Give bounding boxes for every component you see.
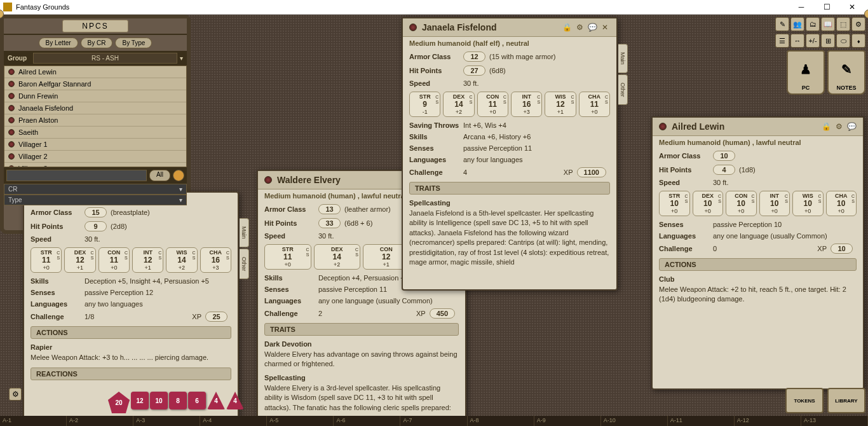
- npc-list-item[interactable]: Villager 2: [4, 151, 186, 163]
- npc-sheet-partial[interactable]: Medi Armor Class15(breastplate) Hit Poin…: [23, 191, 239, 426]
- close-icon[interactable]: ✕: [600, 22, 610, 32]
- npc-list-item[interactable]: Praen Alston: [4, 114, 186, 127]
- cr-filter[interactable]: CR: [4, 184, 187, 195]
- ability-cha[interactable]: CHA11+0CS: [579, 92, 610, 117]
- tool-2[interactable]: 👥: [790, 17, 804, 31]
- ability-con[interactable]: CON10+0CS: [726, 191, 757, 216]
- xp-value[interactable]: 25: [205, 312, 227, 322]
- ability-dex[interactable]: DEX10+0CS: [693, 191, 724, 216]
- hotbar-slot[interactable]: A-10: [601, 416, 668, 426]
- tab-other[interactable]: Other: [240, 249, 249, 280]
- ability-int[interactable]: INT10+0CS: [759, 191, 790, 216]
- ac-value[interactable]: 15: [85, 207, 107, 217]
- ability-con[interactable]: CON11+0CS: [98, 247, 130, 273]
- hotbar-slot[interactable]: A-2: [67, 416, 133, 426]
- ability-cha[interactable]: CHA10+0CS: [826, 191, 857, 216]
- ability-str[interactable]: STR9-1CS: [409, 92, 440, 117]
- ability-str[interactable]: STR11+0CS: [264, 244, 311, 270]
- tool-8[interactable]: ↔: [790, 34, 804, 48]
- tab-pc[interactable]: ♟PC: [787, 50, 825, 95]
- die-d6[interactable]: 6: [188, 392, 206, 409]
- tool-1[interactable]: ✎: [775, 17, 789, 31]
- lock-icon[interactable]: 🔒: [821, 121, 831, 132]
- tab-notes[interactable]: ✎NOTES: [827, 50, 865, 95]
- hp-value[interactable]: 9: [85, 221, 107, 231]
- link-icon[interactable]: [659, 123, 667, 130]
- hotbar-slot[interactable]: A-13: [801, 416, 868, 426]
- link-icon[interactable]: [264, 176, 272, 184]
- settings-button[interactable]: ⚙: [9, 388, 22, 401]
- npc-list-item[interactable]: Villager 3: [4, 163, 186, 167]
- npc-list-item[interactable]: Janaela Fisfelond: [4, 102, 186, 114]
- filter-all-button[interactable]: All: [149, 170, 170, 181]
- tool-3[interactable]: 🗂: [806, 17, 820, 31]
- tool-12[interactable]: ⬧: [851, 34, 865, 48]
- tool-6[interactable]: ⚙: [851, 17, 865, 31]
- share-icon[interactable]: ⚙: [574, 22, 585, 32]
- tab-main[interactable]: Main: [240, 218, 249, 247]
- link-icon[interactable]: [409, 24, 417, 31]
- type-filter[interactable]: Type: [4, 195, 187, 205]
- tool-7[interactable]: ☰: [775, 34, 789, 48]
- ability-con[interactable]: CON11+0CS: [477, 92, 508, 117]
- chat-icon[interactable]: 💬: [587, 22, 597, 32]
- tool-9[interactable]: +/-: [806, 34, 820, 48]
- tab-by-type[interactable]: By Type: [115, 38, 152, 48]
- chat-icon[interactable]: 💬: [846, 121, 857, 132]
- die-d12[interactable]: 12: [131, 392, 149, 409]
- tool-10[interactable]: ⊞: [821, 34, 835, 48]
- npcs-browser[interactable]: NPCS By Letter By CR By Type Group RS - …: [0, 15, 191, 234]
- ability-str[interactable]: STR11+0CS: [31, 247, 62, 273]
- ability-dex[interactable]: DEX14+2CS: [443, 92, 474, 117]
- die-d4[interactable]: 4: [226, 392, 244, 409]
- die-d10[interactable]: 10: [150, 392, 168, 409]
- close-button[interactable]: ✕: [839, 1, 865, 13]
- hotbar-slot[interactable]: A-3: [133, 416, 200, 426]
- hotbar-slot[interactable]: A-11: [668, 416, 735, 426]
- ability-wis[interactable]: WIS12+1CS: [545, 92, 576, 117]
- npc-list-item[interactable]: Baron Aelfgar Stannard: [4, 78, 186, 90]
- ability-dex[interactable]: DEX14+2CS: [314, 244, 361, 270]
- npc-list-item[interactable]: Saeith: [4, 127, 186, 139]
- npc-sheet-janaela[interactable]: Janaela Fisfelond 🔒 ⚙ 💬 ✕ Medium humanoi…: [402, 17, 618, 291]
- die-d20[interactable]: 20: [108, 392, 130, 413]
- edit-button[interactable]: [173, 170, 184, 181]
- ability-int[interactable]: INT16+3CS: [511, 92, 542, 117]
- hotbar-slot[interactable]: A-6: [334, 416, 400, 426]
- hotbar-slot[interactable]: A-7: [400, 416, 467, 426]
- hotbar-slot[interactable]: A-5: [267, 416, 334, 426]
- hotbar-slot[interactable]: A-1: [0, 416, 67, 426]
- npc-sheet-ailred[interactable]: Ailred Lewin 🔒 ⚙ 💬 Medium humanoid (huma…: [651, 116, 864, 390]
- tool-5[interactable]: ⬚: [836, 17, 850, 31]
- die-d8[interactable]: 8: [169, 392, 187, 409]
- npc-list-item[interactable]: Ailred Lewin: [4, 66, 186, 78]
- tool-11[interactable]: ⬭: [836, 34, 850, 48]
- hotbar-slot[interactable]: A-8: [468, 416, 534, 426]
- tab-main[interactable]: Main: [618, 44, 628, 73]
- ability-str[interactable]: STR10+0CS: [659, 191, 690, 216]
- group-dropdown-icon[interactable]: ▾: [180, 55, 183, 62]
- ability-wis[interactable]: WIS10+0CS: [792, 191, 824, 216]
- ability-dex[interactable]: DEX12+1CS: [64, 247, 95, 273]
- group-select[interactable]: RS - ASH: [33, 53, 177, 64]
- hotbar-slot[interactable]: A-4: [200, 416, 267, 426]
- ability-cha[interactable]: CHA16+3CS: [200, 247, 231, 273]
- share-icon[interactable]: ⚙: [834, 121, 844, 132]
- die-d4[interactable]: 4: [207, 392, 225, 409]
- tab-tokens[interactable]: TOKENS: [785, 388, 824, 413]
- hotbar-slot[interactable]: A-9: [534, 416, 601, 426]
- maximize-button[interactable]: ☐: [814, 1, 839, 13]
- minimize-button[interactable]: ─: [789, 1, 814, 13]
- lock-icon[interactable]: 🔒: [562, 22, 572, 32]
- hotbar-slot[interactable]: A-12: [735, 416, 801, 426]
- tool-4[interactable]: 📖: [821, 17, 835, 31]
- ability-wis[interactable]: WIS14+2CS: [166, 247, 197, 273]
- search-input[interactable]: [6, 170, 147, 181]
- npc-list[interactable]: Ailred LewinBaron Aelfgar StannardDunn F…: [4, 65, 187, 167]
- npc-list-item[interactable]: Villager 1: [4, 139, 186, 151]
- npc-list-item[interactable]: Dunn Frewin: [4, 90, 186, 102]
- ability-int[interactable]: INT12+1CS: [132, 247, 163, 273]
- tab-by-cr[interactable]: By CR: [81, 38, 113, 48]
- tab-by-letter[interactable]: By Letter: [39, 38, 78, 48]
- tab-library[interactable]: LIBRARY: [827, 388, 865, 413]
